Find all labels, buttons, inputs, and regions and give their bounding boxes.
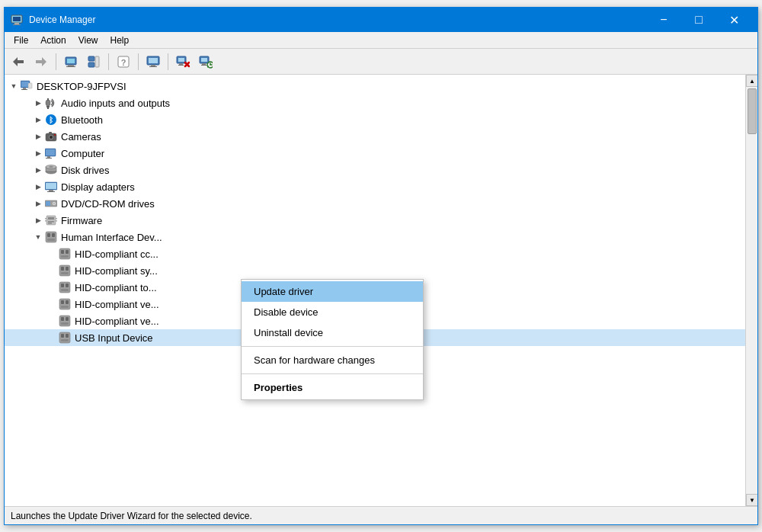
disk-expand-icon[interactable]: ▶ (32, 164, 44, 176)
svg-rect-26 (201, 58, 207, 62)
show-devices-button[interactable] (83, 52, 104, 72)
svg-rect-11 (88, 62, 94, 67)
vertical-scrollbar[interactable]: ▲ ▼ (745, 75, 757, 506)
ctx-update-driver[interactable]: Update driver (242, 281, 423, 302)
status-text: Launches the Update Driver Wizard for th… (11, 511, 252, 521)
context-menu: Update driver Disable device Uninstall d… (241, 279, 424, 400)
svg-rect-32 (21, 82, 29, 87)
svg-rect-7 (67, 59, 75, 63)
tree-firmware[interactable]: ▶ Firmware (5, 212, 745, 229)
uninstall-button[interactable] (172, 52, 194, 72)
svg-rect-48 (46, 149, 55, 155)
update-device-button[interactable] (60, 52, 82, 72)
svg-rect-81 (66, 267, 69, 271)
menu-file[interactable]: File (8, 34, 34, 47)
ctx-uninstall-device[interactable]: Uninstall device (242, 322, 423, 343)
tree-hid-sy[interactable]: ▶ HID-compliant sy... (5, 262, 745, 279)
firmware-expand-icon[interactable]: ▶ (32, 214, 44, 226)
bluetooth-expand-icon[interactable]: ▶ (32, 114, 44, 126)
svg-rect-93 (66, 317, 69, 321)
svg-rect-77 (66, 250, 69, 254)
tree-audio[interactable]: ▶ Audio inputs and outputs (5, 95, 745, 111)
cameras-expand-icon[interactable]: ▶ (32, 130, 44, 143)
hid-cc-icon (58, 247, 72, 261)
svg-rect-74 (47, 239, 55, 241)
svg-rect-97 (66, 334, 69, 338)
ctx-disable-device[interactable]: Disable device (242, 302, 423, 322)
forward-button[interactable] (30, 52, 52, 72)
dvd-icon (44, 197, 58, 210)
ctx-scan-changes[interactable]: Scan for hardware changes (242, 350, 423, 370)
svg-rect-68 (45, 220, 46, 222)
svg-rect-36 (46, 100, 50, 106)
tree-bluetooth[interactable]: ▶ ᛒ Bluetooth (5, 111, 745, 128)
back-button[interactable] (8, 52, 29, 72)
window-title: Device Manager (29, 14, 646, 25)
scroll-thumb[interactable] (748, 88, 757, 134)
tree-computer[interactable]: ▶ Computer (5, 145, 745, 162)
display-expand-icon[interactable]: ▶ (32, 181, 44, 193)
computer-expand-icon[interactable]: ▶ (32, 147, 44, 159)
maximize-button[interactable]: □ (681, 8, 716, 32)
toolbar-sep-2 (108, 53, 109, 70)
scroll-down-button[interactable]: ▼ (746, 494, 757, 506)
tree-dvd[interactable]: ▶ DVD/CD-ROM drives (5, 195, 745, 212)
svg-text:ᛒ: ᛒ (49, 116, 53, 124)
menu-view[interactable]: View (72, 34, 104, 47)
scroll-track[interactable] (746, 87, 757, 494)
svg-rect-56 (46, 183, 56, 189)
monitor-button[interactable] (142, 52, 164, 72)
tree-display[interactable]: ▶ Display adapters (5, 178, 745, 195)
svg-rect-17 (151, 65, 155, 66)
svg-rect-21 (179, 63, 183, 65)
svg-rect-39 (47, 107, 49, 109)
svg-rect-18 (149, 66, 157, 67)
tree-root[interactable]: ▼ DESKTOP-9JFPVSI (5, 78, 745, 95)
hid-to-label: HID-compliant to... (75, 282, 157, 293)
svg-rect-92 (61, 317, 64, 321)
svg-rect-69 (56, 218, 57, 220)
svg-rect-22 (178, 65, 184, 66)
minimize-button[interactable]: − (646, 8, 681, 32)
svg-rect-98 (61, 339, 69, 341)
tree-cameras[interactable]: ▶ Cameras (5, 128, 745, 145)
tree-hid-root[interactable]: ▼ Human Interface Dev... (5, 229, 745, 245)
svg-rect-80 (61, 267, 64, 271)
svg-rect-10 (88, 56, 94, 61)
menu-action[interactable]: Action (34, 34, 72, 47)
help-button[interactable]: ? (113, 52, 134, 72)
svg-rect-67 (45, 218, 46, 220)
svg-point-54 (49, 166, 53, 168)
audio-icon (44, 96, 58, 110)
svg-rect-78 (61, 255, 69, 258)
menu-bar: File Action View Help (5, 32, 757, 49)
close-button[interactable]: ✕ (716, 8, 751, 32)
firmware-icon (44, 213, 58, 227)
svg-rect-90 (61, 306, 69, 308)
hid-root-icon (44, 230, 58, 244)
ctx-properties[interactable]: Properties (242, 377, 423, 398)
computer-icon (44, 146, 58, 160)
svg-rect-50 (46, 158, 52, 159)
svg-rect-45 (49, 132, 52, 134)
audio-expand-icon[interactable]: ▶ (32, 97, 44, 109)
svg-rect-84 (61, 284, 64, 287)
scan-button[interactable] (195, 52, 216, 72)
dvd-expand-icon[interactable]: ▶ (32, 197, 44, 210)
cameras-label: Cameras (61, 131, 101, 143)
svg-rect-65 (48, 221, 54, 223)
usb-icon (58, 331, 72, 345)
root-expand-icon[interactable]: ▼ (8, 80, 20, 92)
cameras-icon (44, 130, 58, 143)
tree-hid-cc[interactable]: ▶ HID-compliant cc... (5, 245, 745, 262)
svg-point-46 (54, 134, 56, 136)
disk-label: Disk drives (61, 165, 110, 176)
toolbar-sep-4 (168, 53, 168, 70)
hid-expand-icon[interactable]: ▼ (32, 231, 44, 243)
tree-disk[interactable]: ▶ Disk drives (5, 162, 745, 178)
svg-rect-85 (66, 284, 69, 287)
menu-help[interactable]: Help (104, 34, 136, 47)
bluetooth-icon: ᛒ (44, 113, 58, 127)
scroll-up-button[interactable]: ▲ (746, 75, 757, 87)
ctx-sep-2 (242, 373, 423, 374)
